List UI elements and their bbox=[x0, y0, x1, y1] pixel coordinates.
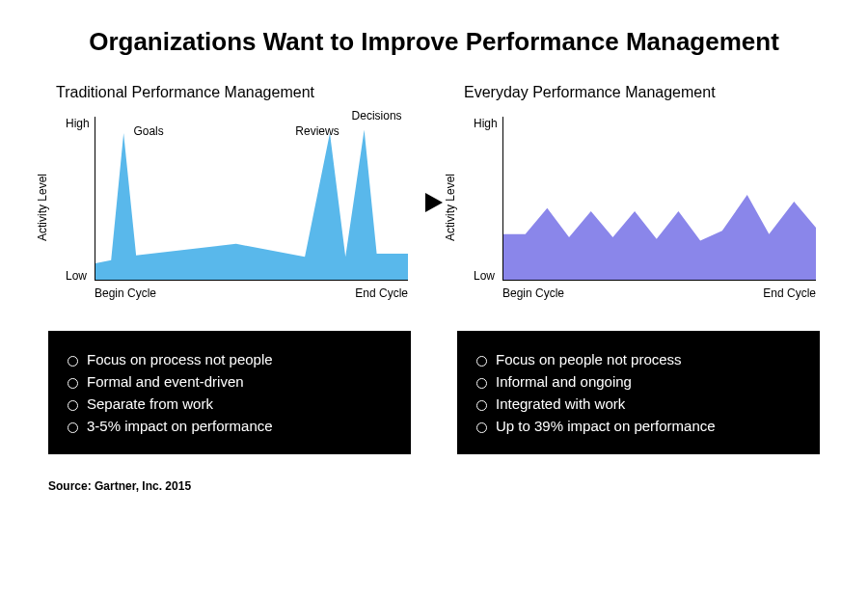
chart-right-ytick-high: High bbox=[474, 117, 498, 130]
charts-row: Traditional Performance Management Activ… bbox=[48, 84, 820, 304]
chart-right-xtick-begin: Begin Cycle bbox=[502, 286, 564, 300]
list-item: 3-5% impact on performance bbox=[68, 415, 392, 437]
peak-reviews-label: Reviews bbox=[295, 124, 339, 138]
chart-left-xtick-end: End Cycle bbox=[355, 286, 408, 300]
chart-left-subtitle: Traditional Performance Management bbox=[56, 84, 412, 101]
svg-marker-1 bbox=[425, 193, 443, 212]
list-item: Up to 39% impact on performance bbox=[476, 415, 800, 437]
chart-left-area-icon bbox=[95, 117, 408, 280]
svg-marker-2 bbox=[503, 195, 816, 280]
chart-right-ylabel: Activity Level bbox=[444, 174, 457, 241]
chart-left-ytick-low: Low bbox=[66, 269, 87, 283]
list-item: Focus on process not people bbox=[68, 348, 392, 370]
arrow-icon bbox=[423, 191, 445, 214]
list-item: Focus on people not process bbox=[476, 348, 800, 370]
chart-left-xtick-begin: Begin Cycle bbox=[95, 286, 156, 300]
list-item: Integrated with work bbox=[476, 393, 800, 415]
bullet-card-right: Focus on people not process Informal and… bbox=[457, 331, 820, 454]
list-item: Formal and event-driven bbox=[68, 370, 392, 393]
list-item: Informal and ongoing bbox=[476, 370, 800, 393]
chart-right-ytick-low: Low bbox=[474, 269, 495, 283]
chart-left: Traditional Performance Management Activ… bbox=[48, 84, 412, 304]
bullets-row: Focus on process not people Formal and e… bbox=[48, 331, 820, 454]
chart-left-ylabel: Activity Level bbox=[36, 174, 49, 241]
chart-right: Everyday Performance Management Activity… bbox=[456, 84, 820, 304]
svg-marker-0 bbox=[95, 130, 408, 280]
chart-left-ytick-high: High bbox=[66, 117, 90, 130]
chart-right-subtitle: Everyday Performance Management bbox=[464, 84, 820, 101]
chart-left-frame: Activity Level High Low Goals Reviews De… bbox=[48, 111, 412, 304]
chart-right-plot bbox=[502, 117, 816, 281]
bullet-card-left: Focus on process not people Formal and e… bbox=[48, 331, 411, 454]
peak-decisions-label: Decisions bbox=[352, 109, 402, 122]
peak-goals-label: Goals bbox=[133, 124, 163, 138]
chart-left-plot: Goals Reviews Decisions bbox=[95, 117, 408, 281]
chart-right-frame: Activity Level High Low Begin Cycle End … bbox=[456, 111, 820, 304]
page-title: Organizations Want to Improve Performanc… bbox=[48, 27, 820, 57]
source-text: Source: Gartner, Inc. 2015 bbox=[48, 479, 820, 493]
chart-right-area-icon bbox=[503, 117, 816, 280]
list-item: Separate from work bbox=[68, 393, 392, 415]
chart-right-xtick-end: End Cycle bbox=[763, 286, 816, 300]
